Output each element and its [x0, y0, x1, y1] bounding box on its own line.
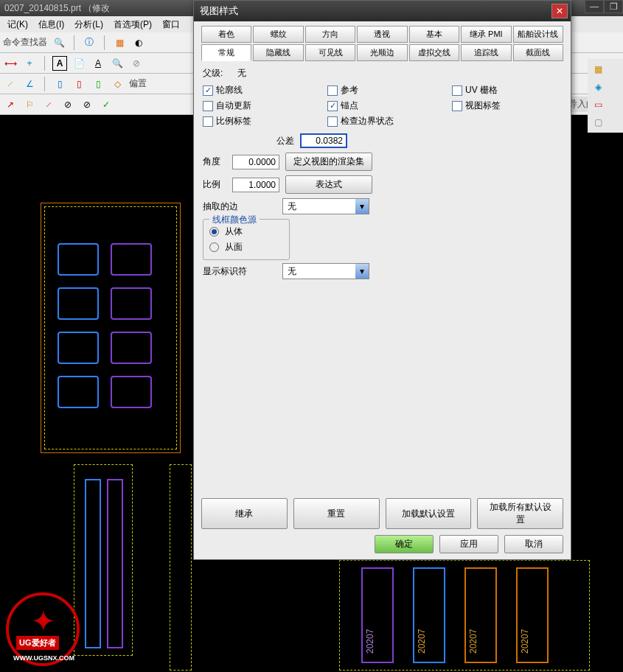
cancel-button[interactable]: 取消 [504, 535, 563, 553]
part-label: 20207 [365, 629, 375, 654]
view-style-dialog: 视图样式 ✕ 着色 螺纹 方向 透视 基本 继承 PMI 船舶设计线 常规 隐藏… [193, 0, 571, 560]
diameter-icon[interactable]: ⊘ [60, 97, 75, 112]
extract-edge-label: 抽取的边 [203, 200, 276, 213]
note-icon[interactable]: 📄 [72, 56, 86, 71]
extract-edge-combo[interactable]: 无 ▾ [282, 198, 369, 214]
contour-checkbox[interactable] [203, 85, 213, 96]
view-front-icon[interactable]: ▢ [591, 115, 605, 130]
arrow-icon[interactable]: ↗ [3, 97, 18, 112]
chevron-down-icon: ▾ [355, 264, 369, 279]
tab-ship-design[interactable]: 船舶设计线 [513, 26, 563, 43]
circle-slash-icon[interactable]: ⊘ [80, 97, 94, 112]
maximize-button[interactable]: ❐ [604, 0, 623, 13]
ok-button[interactable]: 确定 [375, 535, 434, 553]
from-body-radio[interactable] [209, 227, 219, 237]
tolerance-input[interactable] [300, 133, 347, 148]
anchor-checkbox[interactable] [327, 101, 338, 111]
tab-smooth-edge[interactable]: 光顺边 [357, 44, 407, 61]
parent-value: 无 [237, 67, 246, 80]
show-marker-combo[interactable]: 无 ▾ [282, 263, 369, 279]
tab-virtual-intersect[interactable]: 虚拟交线 [409, 44, 459, 61]
part-label: 20207 [468, 629, 478, 654]
tab-row-2: 常规 隐藏线 可见线 光顺边 虚拟交线 追踪线 截面线 [201, 44, 563, 61]
zoom-out-icon[interactable]: 🔍 [110, 56, 125, 71]
view-iso-icon[interactable]: ◈ [591, 80, 605, 94]
tab-trace-line[interactable]: 追踪线 [461, 44, 511, 61]
grid-icon[interactable]: ▦ [112, 35, 127, 50]
cmd-finder-label: 命令查找器 [3, 36, 47, 49]
sphere-icon[interactable]: ◐ [131, 35, 146, 50]
edge-icon[interactable]: ⟋ [3, 77, 18, 91]
cylinder-blue-icon[interactable]: ▯ [52, 77, 67, 91]
right-toolbar: ▦ ◈ ▭ ▢ [588, 59, 623, 133]
parent-label: 父级: [203, 67, 223, 80]
render-set-button[interactable]: 定义视图的渲染集 [285, 153, 372, 171]
chevron-down-icon: ▾ [355, 199, 369, 214]
viewlabel-checkbox[interactable] [452, 101, 462, 111]
angle-input[interactable] [232, 155, 279, 169]
mark-icon[interactable]: ⚐ [22, 97, 37, 112]
load-default-button[interactable]: 加载默认设置 [386, 498, 472, 529]
text-a-icon[interactable]: A [52, 56, 67, 71]
scale-label: 比例 [203, 178, 226, 191]
tab-visible-line[interactable]: 可见线 [305, 44, 355, 61]
cylinder-red-icon[interactable]: ▯ [72, 77, 86, 91]
from-face-radio[interactable] [209, 242, 219, 252]
tab-direction[interactable]: 方向 [305, 26, 355, 43]
tab-section-line[interactable]: 截面线 [513, 44, 563, 61]
slash-icon[interactable]: ⟋ [41, 97, 56, 112]
load-all-default-button[interactable]: 加载所有默认设置 [477, 498, 563, 529]
shape-icon[interactable]: ◇ [110, 77, 125, 91]
tab-perspective[interactable]: 透视 [357, 26, 407, 43]
dimension-icon[interactable]: ⟷ [3, 56, 18, 71]
cylinder-green-icon[interactable]: ▯ [91, 77, 105, 91]
tab-shading[interactable]: 着色 [201, 26, 251, 43]
close-icon[interactable]: ✕ [551, 4, 568, 18]
reset-button[interactable]: 重置 [293, 498, 380, 529]
tab-general[interactable]: 常规 [201, 44, 251, 61]
tab-hidden-line[interactable]: 隐藏线 [253, 44, 303, 61]
part-label: 20207 [417, 629, 427, 654]
offset-label: 偏置 [129, 77, 147, 90]
minimize-button[interactable]: — [585, 0, 604, 13]
part-label: 20207 [520, 629, 530, 654]
reference-checkbox[interactable] [327, 85, 338, 96]
watermark-logo: ✦ UG爱好者 WWW.UGSNX.COM [6, 592, 94, 666]
scalelabel-checkbox[interactable] [203, 116, 213, 127]
menu-item[interactable]: 首选项(P) [109, 17, 156, 32]
tab-thread[interactable]: 螺纹 [253, 26, 303, 43]
text-underline-icon[interactable]: A [91, 56, 105, 71]
tab-basic[interactable]: 基本 [409, 26, 459, 43]
inherit-button[interactable]: 继承 [201, 498, 288, 529]
view-right-icon[interactable]: ▦ [591, 62, 605, 77]
wireframe-color-group: 线框颜色源 从体 从面 [203, 219, 290, 260]
scale-input[interactable] [232, 178, 279, 192]
tolerance-label: 公差 [276, 135, 294, 147]
dialog-titlebar[interactable]: 视图样式 ✕ [194, 1, 571, 21]
check-icon[interactable]: ✓ [99, 97, 114, 112]
info-icon[interactable]: ⓘ [82, 35, 97, 50]
angle-icon[interactable]: ∠ [22, 77, 37, 91]
expression-button[interactable]: 表达式 [285, 175, 372, 194]
search-icon[interactable]: 🔍 [52, 35, 66, 50]
menu-item[interactable]: 分析(L) [70, 17, 108, 32]
uvgrid-checkbox[interactable] [452, 85, 462, 96]
dialog-title: 视图样式 [197, 4, 551, 18]
apply-button[interactable]: 应用 [439, 535, 498, 553]
show-marker-label: 显示标识符 [203, 265, 276, 278]
tab-inherit-pmi[interactable]: 继承 PMI [461, 26, 511, 43]
tab-row-1: 着色 螺纹 方向 透视 基本 继承 PMI 船舶设计线 [201, 26, 563, 43]
menu-item[interactable]: 记(K) [3, 17, 32, 32]
menu-item[interactable]: 窗口 [158, 17, 184, 32]
circle-note-icon[interactable]: ⊘ [129, 56, 144, 71]
app-title: 0207_20140815.prt （修改 [4, 2, 110, 15]
autoupdate-checkbox[interactable] [203, 101, 213, 111]
angle-label: 角度 [203, 155, 226, 168]
point-icon[interactable]: + [22, 56, 37, 71]
checkbound-checkbox[interactable] [327, 116, 338, 127]
view-top-icon[interactable]: ▭ [591, 97, 605, 112]
menu-item[interactable]: 信息(I) [34, 17, 69, 32]
